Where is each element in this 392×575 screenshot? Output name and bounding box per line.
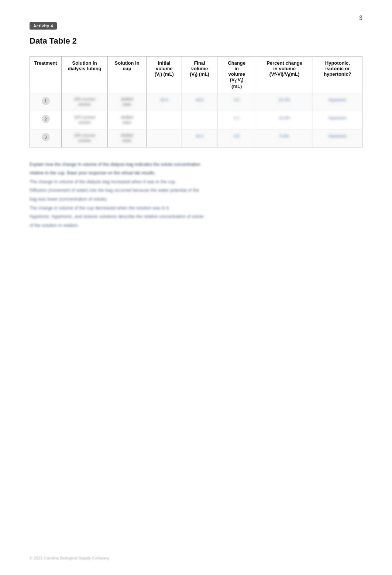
table-row: 1 10% sucrosesolution distilledwater 15.… (30, 93, 362, 111)
blurred-hypo-1: Hypotonic (329, 97, 347, 103)
cell-pct-3: 5.6% (256, 129, 313, 147)
blurred-cup-2: distilledwater (121, 115, 133, 125)
cell-pct-1: 23.3% (256, 93, 313, 111)
answer-section: Explain how the change in volume of the … (30, 161, 362, 230)
cell-change-2: 2.1 (217, 111, 256, 129)
blurred-pct-2: 14.0% (279, 115, 290, 121)
footer-note: © 2021 Carolina Biological Supply Compan… (30, 556, 110, 560)
blurred-change-2: 2.1 (234, 115, 240, 121)
blurred-final-1: 18.5 (196, 97, 203, 103)
blurred-dialysis-1: 10% sucrosesolution (74, 97, 95, 107)
cell-hypo-3: Hypotonic (313, 129, 362, 147)
blurred-pct-3: 5.6% (280, 133, 289, 139)
row-badge-3: 3 (42, 133, 50, 141)
answer-line-0: Explain how the change in volume of the … (30, 161, 362, 169)
blurred-dialysis-3: 10% sucrosesolution (74, 133, 95, 143)
col-header-cup: Solution in cup (107, 57, 146, 93)
blurred-final-3: 15.2 (196, 133, 203, 139)
col-header-initial: Initialvolume(Vi) (mL) (147, 57, 182, 93)
col-header-treatment: Treatment (30, 57, 62, 93)
cell-hypo-1: Hypotonic (313, 93, 362, 111)
cell-final-3: 15.2 (182, 129, 217, 147)
table-row: 2 10% sucrosesolution distilledwater 2.1… (30, 111, 362, 129)
cell-cup-2: distilledwater (107, 111, 146, 129)
page: 3 Activity 4 Data Table 2 Treatment Solu… (0, 0, 392, 575)
row-badge-1: 1 (42, 97, 50, 105)
blurred-cup-1: distilledwater (121, 97, 133, 107)
answer-line-6: Hypotonic, hypertonic, and isotonic solu… (30, 213, 362, 221)
cell-treatment-3: 3 (30, 129, 62, 147)
col-header-change: Changeinvolume(Vf-Vi)(mL) (217, 57, 256, 93)
answer-line-7: of the solution in relation. (30, 222, 362, 230)
col-header-final: Finalvolume(Vf) (mL) (182, 57, 217, 93)
cell-pct-2: 14.0% (256, 111, 313, 129)
blurred-change-3: 0.8 (234, 133, 240, 139)
cell-final-1: 18.5 (182, 93, 217, 111)
row-badge-2: 2 (42, 115, 50, 123)
cell-dialysis-3: 10% sucrosesolution (62, 129, 108, 147)
section-title: Data Table 2 (30, 36, 362, 46)
blurred-initial-1: 15.0 (160, 97, 168, 103)
col-header-hypotonic: Hypotonic,isotonic orhypertonic? (313, 57, 362, 93)
cell-cup-3: distilledwater (107, 129, 146, 147)
col-header-dialysis: Solution in dialysis tubing (62, 57, 108, 93)
col-header-pctchange: Percent changein volume(Vf-Vi)/Vi(mL) (256, 57, 313, 93)
blurred-hypo-3: Hypotonic (329, 133, 347, 139)
cell-initial-2 (147, 111, 182, 129)
answer-line-5: The change in volume of the cup decrease… (30, 204, 362, 212)
blurred-dialysis-2: 10% sucrosesolution (74, 115, 95, 125)
cell-treatment-1: 1 (30, 93, 62, 111)
cell-initial-1: 15.0 (147, 93, 182, 111)
blurred-pct-1: 23.3% (279, 97, 290, 103)
cell-dialysis-2: 10% sucrosesolution (62, 111, 108, 129)
blurred-cup-3: distilledwater (121, 133, 133, 143)
page-number: 3 (359, 15, 362, 21)
cell-hypo-2: Hypotonic (313, 111, 362, 129)
answer-line-2: The change in volume of the dialysis bag… (30, 178, 362, 186)
cell-final-2 (182, 111, 217, 129)
blurred-change-1: 3.5 (234, 97, 240, 103)
cell-dialysis-1: 10% sucrosesolution (62, 93, 108, 111)
cell-change-1: 3.5 (217, 93, 256, 111)
cell-treatment-2: 2 (30, 111, 62, 129)
cell-initial-3 (147, 129, 182, 147)
answer-line-4: bag was lower (concentration of solute). (30, 195, 362, 204)
activity-badge: Activity 4 (30, 22, 57, 30)
answer-line-1: relative to the cup. Base your response … (30, 169, 362, 177)
data-table: Treatment Solution in dialysis tubing So… (30, 56, 362, 147)
blurred-hypo-2: Hypotonic (329, 115, 347, 121)
table-row: 3 10% sucrosesolution distilledwater 15.… (30, 129, 362, 147)
answer-line-3: Diffusion (movement of water) into the b… (30, 187, 362, 195)
cell-change-3: 0.8 (217, 129, 256, 147)
cell-cup-1: distilledwater (107, 93, 146, 111)
